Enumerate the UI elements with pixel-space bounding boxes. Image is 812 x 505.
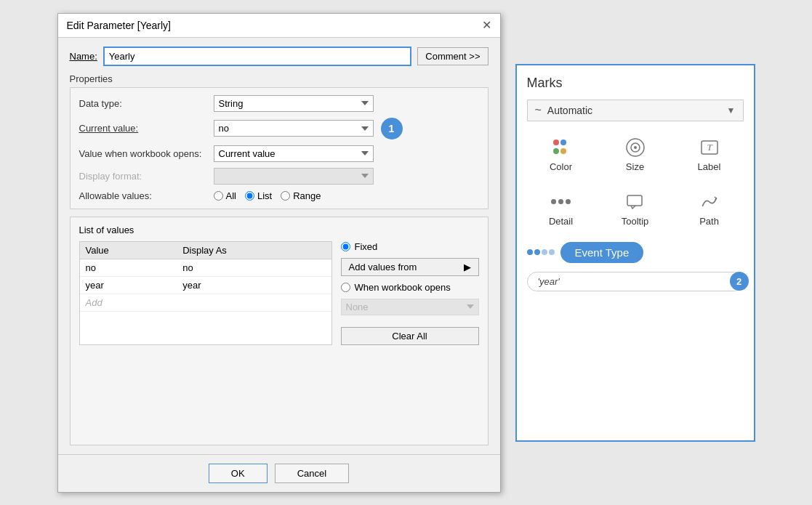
- tilde-icon: ~: [535, 104, 542, 117]
- allowable-values-row: Allowable values: All List Range: [79, 190, 479, 201]
- event-type-dots: [527, 249, 555, 255]
- event-type-pill[interactable]: Event Type: [560, 242, 644, 263]
- year-value: 'year': [538, 276, 733, 287]
- allowable-label: Allowable values:: [79, 190, 214, 201]
- year-pill[interactable]: 'year' 2: [527, 272, 744, 291]
- dialog-titlebar: Edit Parameter [Yearly] ✕: [58, 14, 500, 38]
- dialog-footer: OK Cancel: [58, 454, 500, 492]
- col-value-header: Value: [80, 242, 177, 259]
- allowable-all-label: All: [226, 190, 236, 201]
- current-value-row: Current value: no year 1: [79, 118, 479, 140]
- add-values-button[interactable]: Add values from ▶: [341, 258, 479, 276]
- value-cell: no: [80, 259, 177, 276]
- properties-label: Properties: [70, 73, 489, 84]
- display-format-row: Display format:: [79, 168, 479, 185]
- detail-label: Detail: [549, 216, 573, 227]
- detail-icon: [551, 191, 571, 213]
- fixed-radio[interactable]: Fixed: [341, 241, 479, 252]
- marks-title: Marks: [527, 76, 744, 91]
- path-icon: [701, 191, 718, 213]
- svg-point-2: [634, 146, 637, 149]
- label-mark-item[interactable]: T Label: [675, 130, 744, 179]
- when-opens-select[interactable]: Current value When workbook opens: [214, 145, 374, 162]
- path-label: Path: [699, 216, 719, 227]
- when-workbook-radio[interactable]: When workbook opens: [341, 282, 479, 293]
- tooltip-label: Tooltip: [622, 216, 649, 227]
- none-select: None: [341, 299, 479, 315]
- allowable-all-input[interactable]: [214, 191, 223, 201]
- fixed-label: Fixed: [355, 241, 378, 252]
- list-table: Value Display As no no year year: [80, 242, 331, 312]
- cancel-button[interactable]: Cancel: [275, 464, 349, 483]
- fixed-radio-input[interactable]: [341, 242, 350, 251]
- close-button[interactable]: ✕: [482, 20, 491, 31]
- path-mark-item[interactable]: Path: [675, 185, 744, 233]
- badge-2: 2: [730, 272, 749, 291]
- color-mark-item[interactable]: Color: [527, 130, 595, 179]
- display-format-label: Display format:: [79, 171, 214, 182]
- marks-panel: Marks ~ Automatic ▼ Color: [515, 64, 755, 442]
- list-table-body: no no year year Add: [80, 259, 331, 311]
- clear-all-button[interactable]: Clear All: [341, 327, 479, 345]
- detail-mark-item[interactable]: Detail: [527, 185, 595, 233]
- allowable-radio-group: All List Range: [214, 190, 321, 201]
- dialog-body: Name: Comment >> Properties Data type: S…: [58, 38, 500, 454]
- display-cell: no: [177, 259, 331, 276]
- list-table-area: Value Display As no no year year: [79, 241, 332, 345]
- edit-parameter-dialog: Edit Parameter [Yearly] ✕ Name: Comment …: [57, 13, 501, 493]
- marks-type-label: Automatic: [547, 105, 721, 116]
- when-opens-row: Value when workbook opens: Current value…: [79, 145, 479, 162]
- marks-type-dropdown[interactable]: ~ Automatic ▼: [527, 100, 744, 121]
- list-section-title: List of values: [79, 225, 479, 235]
- properties-fields: Data type: String Integer Float Boolean …: [70, 87, 489, 209]
- table-row[interactable]: year year: [80, 276, 331, 294]
- add-values-label: Add values from: [349, 262, 417, 272]
- display-cell: year: [177, 276, 331, 294]
- allowable-range-label: Range: [293, 190, 321, 201]
- color-label: Color: [550, 161, 572, 172]
- add-values-arrow: ▶: [464, 262, 471, 272]
- when-opens-label: Value when workbook opens:: [79, 148, 214, 159]
- allowable-list-radio[interactable]: List: [245, 190, 272, 201]
- size-label: Size: [626, 161, 644, 172]
- display-format-select: [214, 168, 374, 185]
- label-icon: T: [699, 137, 720, 158]
- value-cell: year: [80, 276, 177, 294]
- svg-text:T: T: [707, 142, 712, 153]
- dialog-title: Edit Parameter [Yearly]: [67, 20, 171, 31]
- name-input[interactable]: [103, 47, 412, 66]
- ok-button[interactable]: OK: [209, 464, 268, 483]
- badge-1: 1: [381, 118, 403, 140]
- allowable-list-input[interactable]: [245, 191, 254, 201]
- col-display-header: Display As: [177, 242, 331, 259]
- list-of-values-section: List of values Value Display As: [70, 217, 489, 445]
- table-row[interactable]: no no: [80, 259, 331, 276]
- list-inner: Value Display As no no year year: [79, 241, 479, 345]
- allowable-range-radio[interactable]: Range: [281, 190, 321, 201]
- event-type-row[interactable]: Event Type: [527, 242, 744, 263]
- list-controls: Fixed Add values from ▶ When workbook op…: [341, 241, 479, 345]
- size-icon: [625, 137, 646, 158]
- tooltip-mark-item[interactable]: Tooltip: [601, 185, 670, 233]
- add-row-label: Add: [80, 294, 331, 311]
- allowable-range-input[interactable]: [281, 191, 290, 201]
- svg-rect-5: [627, 195, 642, 206]
- label-label: Label: [698, 161, 721, 172]
- tooltip-icon: [625, 191, 646, 213]
- current-value-label: Current value:: [79, 123, 214, 134]
- add-row[interactable]: Add: [80, 294, 331, 311]
- allowable-all-radio[interactable]: All: [214, 190, 236, 201]
- when-workbook-label: When workbook opens: [355, 282, 451, 293]
- name-row: Name: Comment >>: [70, 47, 489, 66]
- when-workbook-input[interactable]: [341, 283, 350, 292]
- allowable-list-label: List: [257, 190, 272, 201]
- comment-button[interactable]: Comment >>: [417, 47, 488, 65]
- name-label: Name:: [70, 51, 97, 62]
- marks-grid: Color Size T Label: [527, 130, 744, 233]
- current-value-select[interactable]: no year: [214, 120, 374, 137]
- data-type-row: Data type: String Integer Float Boolean …: [79, 95, 479, 112]
- color-icon: [553, 137, 569, 158]
- size-mark-item[interactable]: Size: [601, 130, 670, 179]
- data-type-select[interactable]: String Integer Float Boolean Date: [214, 95, 374, 112]
- properties-section: Properties Data type: String Integer Flo…: [70, 73, 489, 209]
